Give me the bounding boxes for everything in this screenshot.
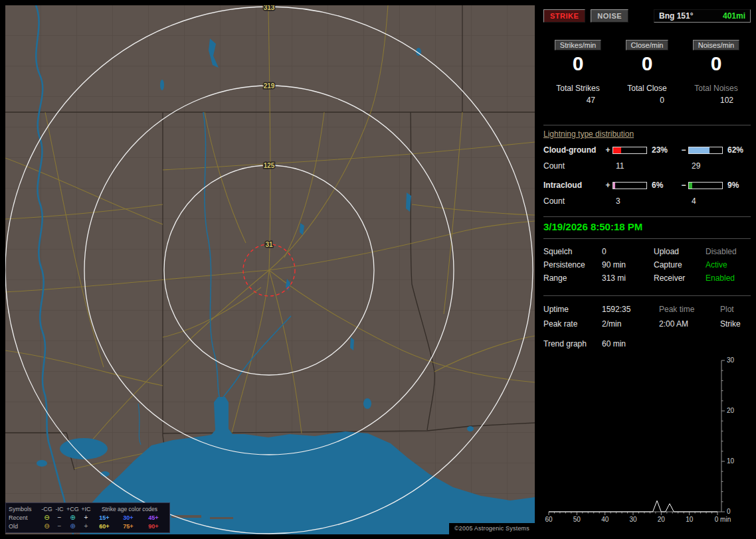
age-code-60: 60+ [92, 523, 116, 530]
x-tick-0-min: 0 min [715, 516, 731, 523]
trend-header: Trend graph 60 min [543, 339, 751, 348]
total-close-value: 0 [613, 96, 682, 105]
cg-minus-bar [688, 147, 723, 154]
neg-ic-recent-icon: − [53, 514, 66, 521]
plot-value: Strike [720, 317, 751, 331]
ring-label-125: 125 [264, 162, 275, 169]
capture-label: Capture [654, 258, 706, 271]
neg-cg-old-icon: ⊖ [41, 523, 53, 530]
x-tick-30: 30 [629, 516, 637, 523]
count-label: Count [543, 161, 603, 171]
plot-label: Plot [720, 302, 751, 317]
chart-ticks [549, 360, 725, 515]
map-legend: Symbols -CG -IC +CG +IC Strike age color… [5, 502, 170, 533]
upload-label: Upload [654, 245, 706, 258]
range-label: Range [543, 271, 602, 285]
age-code-15: 15+ [92, 514, 116, 521]
total-close-label: Total Close [613, 84, 682, 93]
plus-sign: + [603, 181, 613, 190]
noises-per-min-value: 0 [682, 52, 751, 75]
peak-rate-label: Peak rate [543, 317, 602, 331]
rate-col-close: Close/min 0 Total Close 0 [613, 40, 682, 105]
clock: 3/19/2026 8:50:18 PM [543, 221, 751, 232]
trend-line [549, 501, 717, 512]
mode-toolbar: STRIKE NOISE Bng 151° 401mi [543, 9, 751, 23]
neg-ic-old-icon: − [53, 523, 66, 530]
x-tick-10: 10 [686, 516, 694, 523]
noise-button[interactable]: NOISE [591, 9, 628, 23]
separator [543, 125, 751, 125]
distance-value: 401mi [723, 11, 745, 21]
squelch-value: 0 [602, 245, 654, 258]
rate-col-strikes: Strikes/min 0 Total Strikes 47 [543, 40, 613, 105]
distribution-title: Lightning type distribution [543, 129, 751, 139]
x-tick-40: 40 [601, 516, 609, 523]
legend-row-old-label: Old [9, 523, 41, 530]
pos-ic-old-icon: + [80, 523, 92, 530]
copyright: ©2005 Astrogenic Systems [449, 523, 535, 534]
cg-minus-pct: 62% [724, 145, 751, 155]
capture-status: Active [706, 258, 751, 271]
y-tick-0: 0 [727, 508, 731, 515]
intracloud-count-row: Count 3 4 [543, 196, 751, 206]
bearing-panel: Bng 151° 401mi [654, 9, 751, 23]
persistence-value: 90 min [602, 258, 654, 271]
upload-status: Disabled [706, 245, 751, 258]
cg-plus-count: 11 [613, 161, 648, 171]
x-tick-20: 20 [658, 516, 666, 523]
intracloud-label: Intracloud [543, 181, 603, 190]
intracloud-row: Intracloud + 6% − 9% [543, 181, 751, 190]
squelch-label: Squelch [543, 245, 602, 258]
close-per-min-value: 0 [613, 52, 682, 75]
rate-col-noises: Noises/min 0 Total Noises 102 [682, 40, 751, 105]
persistence-label: Persistence [543, 258, 602, 271]
ic-plus-pct: 6% [648, 181, 679, 190]
strikes-per-min-label: Strikes/min [555, 40, 601, 50]
total-noises-label: Total Noises [682, 84, 751, 93]
ic-minus-pct: 9% [724, 181, 751, 190]
cg-minus-count: 29 [688, 161, 724, 171]
y-tick-10: 10 [727, 457, 735, 465]
range-value: 313 mi [602, 271, 654, 285]
strike-button[interactable]: STRIKE [543, 9, 585, 23]
legend-symbols-header: Symbols [9, 506, 41, 512]
map-canvas: 313 219 125 31 [5, 5, 535, 534]
x-tick-50: 50 [573, 516, 581, 523]
pos-cg-recent-icon: ⊕ [66, 514, 80, 521]
legend-row-recent-label: Recent [9, 514, 41, 521]
trend-graph-label: Trend graph [543, 339, 602, 348]
settings-grid: Squelch 0 Upload Disabled Persistence 90… [543, 245, 751, 285]
chart-axes [549, 360, 721, 512]
bearing-value: Bng 151° [659, 11, 693, 21]
minus-sign: − [679, 145, 688, 155]
total-strikes-value: 47 [543, 96, 613, 105]
age-code-75: 75+ [116, 523, 140, 530]
pos-cg-old-icon: ⊕ [66, 523, 80, 530]
y-tick-30: 30 [727, 356, 735, 364]
noises-per-min-label: Noises/min [693, 40, 739, 50]
cloud-ground-row: Cloud-ground + 23% − 62% [543, 145, 751, 155]
ic-plus-count: 3 [613, 196, 648, 206]
ic-plus-bar [613, 182, 647, 189]
peak-rate-value: 2/min [602, 317, 659, 331]
legend-col-neg-cg: -CG [41, 506, 53, 512]
cloud-ground-count-row: Count 11 29 [543, 161, 751, 171]
trend-window-value: 60 min [602, 339, 751, 348]
lightning-map[interactable]: 313 219 125 31 Symbols -CG -IC +CG +IC S… [5, 5, 535, 534]
ring-label-219: 219 [264, 82, 275, 90]
x-tick-60: 60 [545, 516, 553, 523]
neg-cg-recent-icon: ⊖ [41, 514, 53, 521]
sidebar: STRIKE NOISE Bng 151° 401mi Strikes/min … [539, 0, 756, 539]
cg-plus-bar [613, 147, 647, 154]
y-tick-20: 20 [727, 407, 735, 414]
separator [543, 238, 751, 239]
legend-age-header: Strike age color codes [92, 506, 167, 512]
legend-col-neg-ic: -IC [53, 506, 66, 512]
total-noises-value: 102 [682, 96, 751, 105]
close-per-min-label: Close/min [626, 40, 669, 50]
plus-sign: + [603, 145, 613, 155]
peak-time-label: Peak time [659, 302, 720, 317]
cloud-ground-label: Cloud-ground [543, 145, 603, 155]
minus-sign: − [679, 181, 688, 190]
count-label: Count [543, 196, 603, 206]
